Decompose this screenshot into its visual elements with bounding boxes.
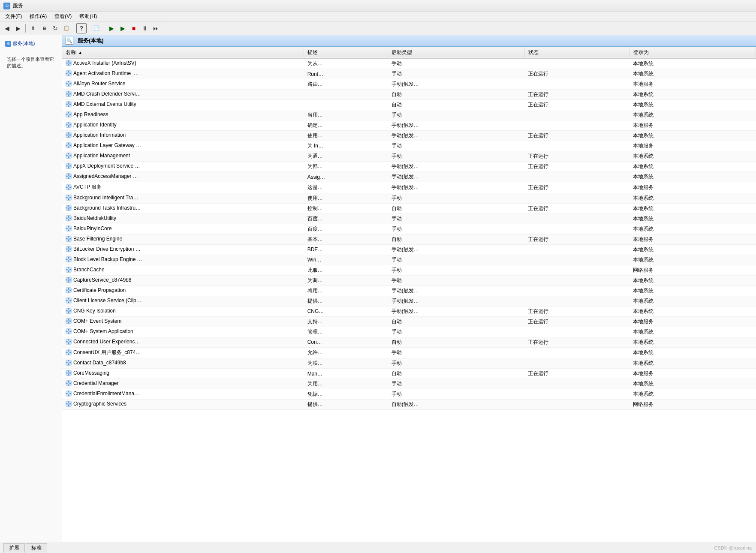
svg-rect-45 [68, 122, 69, 123]
table-row[interactable]: Connected User Experienc… Con…自动正在运行本地系统 [62, 337, 756, 347]
table-row[interactable]: Base Filtering Engine 基本…自动正在运行本地服务 [62, 234, 756, 244]
svg-rect-13 [70, 73, 71, 74]
svg-rect-129 [68, 246, 69, 248]
menu-file[interactable]: 文件(F) [2, 12, 25, 21]
table-row[interactable]: Background Tasks Infrastru… 控制…自动正在运行本地系… [62, 203, 756, 213]
table-row[interactable]: BranchCache 此服…手动网络服务 [62, 265, 756, 275]
svg-rect-237 [70, 403, 71, 405]
toolbar-sep-3 [89, 24, 89, 33]
table-row[interactable]: Application Identity 确定…手动(触发…本地服务 [62, 120, 756, 131]
table-row[interactable]: COM+ Event System 支持…自动正在运行本地服务 [62, 316, 756, 327]
table-row[interactable]: AMD External Events Utility 自动正在运行本地系统 [62, 100, 756, 110]
col-header-startup[interactable]: 启动类型 [388, 47, 525, 58]
svg-rect-55 [70, 135, 71, 136]
svg-rect-206 [68, 360, 69, 361]
table-row[interactable]: AMD Crash Defender Servi… 自动正在运行本地系统 [62, 90, 756, 100]
svg-point-212 [68, 373, 69, 374]
svg-point-100 [68, 207, 69, 208]
table-row[interactable]: BitLocker Drive Encryption … BDE…手动(触发…本… [62, 244, 756, 255]
resume-service-button[interactable]: ⏭ [151, 23, 161, 33]
svg-rect-151 [68, 281, 69, 283]
svg-rect-102 [68, 209, 69, 210]
services-table-container[interactable]: 名称 ▲ 描述 启动类型 状态 登录为 [62, 47, 756, 542]
table-row[interactable]: BaiduNetdiskUtility 百度…手动本地系统 [62, 213, 756, 224]
table-row[interactable]: App Readiness 当用…手动本地系统 [62, 110, 756, 120]
back-button[interactable]: ◀ [2, 23, 12, 33]
col-header-logon[interactable]: 登录为 [629, 47, 756, 58]
title-text: 服务 [13, 2, 23, 9]
left-panel-local-services[interactable]: ⚙ 服务(本地) [3, 39, 58, 48]
table-row[interactable]: Application Management 为通…手动正在运行本地系统 [62, 151, 756, 162]
table-row[interactable]: Certificate Propagation 将用…手动(触发…本地系统 [62, 286, 756, 296]
menu-view[interactable]: 查看(V) [51, 12, 75, 21]
svg-point-226 [68, 393, 69, 394]
menu-action[interactable]: 操作(A) [26, 12, 50, 21]
svg-rect-138 [66, 258, 67, 260]
table-row[interactable]: COM+ System Application 管理…手动本地系统 [62, 327, 756, 337]
status-tab-standard[interactable]: 标准 [26, 543, 47, 553]
table-row[interactable]: Block Level Backup Engine … Win…手动本地系统 [62, 255, 756, 265]
svg-rect-52 [68, 132, 69, 134]
table-row[interactable]: AppX Deployment Service … 为部…手动(触发…正在运行本… [62, 162, 756, 172]
start2-service-button[interactable]: ▶ [117, 23, 128, 33]
up-button[interactable]: ⬆ [28, 23, 38, 33]
table-row[interactable]: AssignedAccessManager … Assig…手动(触发…本地系统 [62, 172, 756, 182]
pause-service-button[interactable]: ⏸ [140, 23, 150, 33]
table-row[interactable]: Contact Data_c8749b8 为联…手动本地系统 [62, 358, 756, 369]
table-row[interactable]: AllJoyn Router Service 路由…手动(触发…本地服务 [62, 79, 756, 90]
menu-help[interactable]: 帮助(H) [76, 12, 100, 21]
stop-service-button[interactable]: ■ [129, 23, 139, 33]
status-tab-expand[interactable]: 扩展 [3, 543, 25, 553]
table-row[interactable]: Application Layer Gateway … 为 In…手动本地服务 [62, 141, 756, 151]
help-button[interactable]: ? [76, 23, 87, 33]
svg-point-114 [68, 228, 69, 229]
svg-rect-199 [68, 350, 69, 351]
refresh-button[interactable]: ↻ [50, 23, 60, 33]
svg-rect-83 [70, 176, 71, 177]
svg-rect-213 [68, 370, 69, 372]
svg-rect-123 [68, 240, 69, 241]
table-row[interactable]: CNG Key Isolation CNG…手动(触发…正在运行本地系统 [62, 306, 756, 316]
svg-rect-47 [66, 124, 67, 126]
svg-rect-110 [66, 217, 67, 219]
table-row[interactable]: Cryptographic Services 提供…自动(触发…网络服务 [62, 400, 756, 410]
toolbar: ◀ ▶ ⬆ 🖥 ↻ 📋 ? 📄 ▶ ▶ ■ ⏸ ⏭ [0, 21, 756, 35]
main-container: ⚙ 服务(本地) 选择一个项目来查看它的描述。 🔍 服务(本地) 名称 ▲ [0, 35, 756, 542]
table-row[interactable]: Agent Activation Runtime_… Runt…手动正在运行本地… [62, 69, 756, 79]
svg-point-44 [68, 124, 69, 126]
table-row[interactable]: AVCTP 服务 这是…手动(触发…正在运行本地服务 [62, 182, 756, 193]
svg-rect-54 [66, 135, 67, 136]
svg-rect-185 [68, 329, 69, 330]
svg-rect-27 [70, 93, 71, 95]
col-header-name[interactable]: 名称 ▲ [62, 47, 304, 58]
table-row[interactable]: Background Intelligent Tra… 使用…手动本地系统 [62, 193, 756, 203]
table-row[interactable]: Credential Manager 为用…手动本地系统 [62, 379, 756, 389]
svg-point-23 [68, 93, 69, 95]
start-service-button[interactable]: ▶ [106, 23, 117, 33]
svg-rect-117 [66, 228, 67, 229]
watermark: CSDN @rucodinq [714, 545, 752, 550]
svg-rect-125 [70, 238, 71, 239]
svg-rect-108 [68, 216, 69, 217]
svg-point-219 [68, 383, 69, 384]
svg-rect-41 [70, 114, 71, 115]
table-row[interactable]: Application Information 使用…手动(触发…正在运行本地系… [62, 131, 756, 141]
col-header-desc[interactable]: 描述 [304, 47, 388, 58]
table-row[interactable]: Client License Service (Clip… 提供…手动(触发…本… [62, 296, 756, 306]
table-row[interactable]: CredentialEnrollmentMana… 凭据…手动本地系统 [62, 389, 756, 400]
svg-rect-5 [66, 63, 67, 64]
app-icon: ⚙ [3, 3, 10, 9]
table-row[interactable]: ActiveX Installer (AxInstSV) 为从…手动本地系统 [62, 58, 756, 69]
properties-button[interactable]: 📄 [91, 23, 102, 33]
svg-point-37 [68, 114, 69, 115]
export-button[interactable]: 📋 [61, 23, 72, 33]
show-hide-button[interactable]: 🖥 [39, 23, 49, 33]
col-header-status[interactable]: 状态 [524, 47, 629, 58]
table-row[interactable]: ConsentUX 用户服务_c874… 允许…手动本地系统 [62, 347, 756, 358]
svg-rect-230 [70, 393, 71, 394]
table-row[interactable]: CoreMessaging Man…自动正在运行本地服务 [62, 369, 756, 379]
table-row[interactable]: CaptureService_c8749b8 为调…手动本地系统 [62, 275, 756, 286]
left-panel: ⚙ 服务(本地) 选择一个项目来查看它的描述。 [0, 35, 62, 542]
forward-button[interactable]: ▶ [13, 23, 23, 33]
table-row[interactable]: BaiduPinyinCore 百度…手动本地系统 [62, 224, 756, 234]
